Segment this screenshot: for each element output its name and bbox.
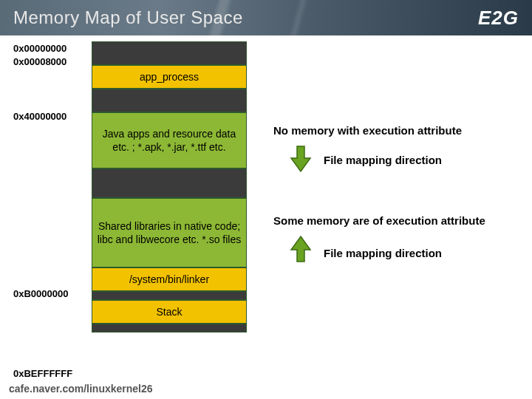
logo-text: E2G — [478, 7, 519, 30]
slide-header: Memory Map of User Space E2G — [0, 0, 532, 35]
mem-block-app-process: app_process — [92, 65, 247, 89]
address-label-0: 0x00000000 — [13, 43, 66, 54]
mem-block-linker: /system/bin/linker — [92, 267, 247, 291]
address-label-4: 0xBEFFFFFF — [13, 368, 72, 379]
annotation-some-exec: Some memory are of execution attribute — [273, 214, 485, 227]
mem-block-stack: Stack — [92, 300, 247, 324]
memory-column: app_process Java apps and resource data … — [92, 41, 247, 332]
mem-block-shared-libs: Shared libraries in native code; libc an… — [92, 198, 247, 267]
mem-block-java-apps: Java apps and resource data etc. ; *.apk… — [92, 112, 247, 168]
arrow-down-icon — [290, 145, 312, 173]
address-label-3: 0xB0000000 — [13, 288, 68, 299]
mem-block-gap-3 — [92, 291, 247, 300]
annotation-no-exec: No memory with execution attribute — [273, 124, 462, 137]
page-title: Memory Map of User Space — [13, 7, 243, 28]
mem-block-gap-2 — [92, 168, 247, 198]
address-label-2: 0x40000000 — [13, 111, 66, 122]
mem-block-reserved-top — [92, 41, 247, 65]
annotation-file-mapping-2: File mapping direction — [324, 247, 442, 259]
arrow-up-icon — [290, 235, 312, 263]
mem-block-gap-4 — [92, 324, 247, 332]
diagram-content: 0x00000000 0x00008000 0x40000000 0xB0000… — [0, 35, 532, 46]
mem-block-gap-1 — [92, 89, 247, 112]
footer-url: cafe.naver.com/linuxkernel26 — [9, 383, 153, 395]
annotation-file-mapping-1: File mapping direction — [324, 154, 442, 166]
address-label-1: 0x00008000 — [13, 56, 66, 67]
